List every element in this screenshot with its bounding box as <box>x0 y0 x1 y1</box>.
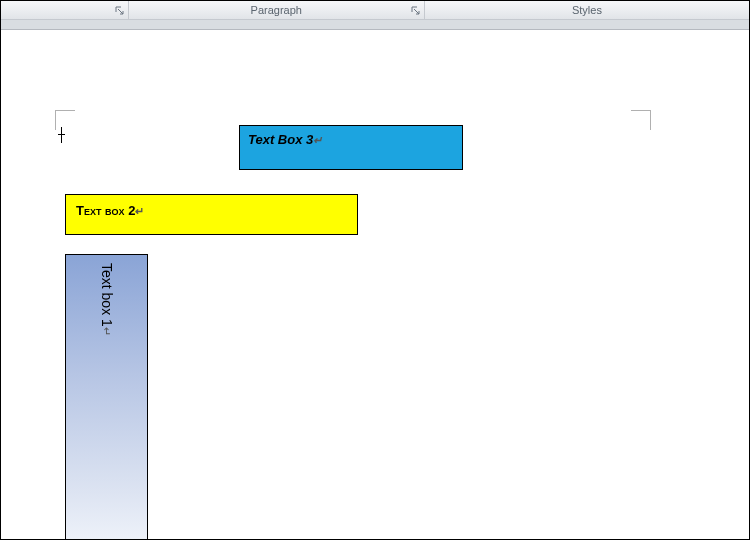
text-cursor <box>61 127 62 143</box>
text-box-3[interactable]: Text Box 3↵ <box>239 125 463 170</box>
text-box-2-content: Text box 2↵ <box>76 203 144 218</box>
margin-corner-top-right <box>631 110 651 130</box>
dialog-launcher-icon[interactable] <box>410 5 422 17</box>
text-box-1[interactable]: Text box 1↵ <box>65 254 148 540</box>
text-box-3-content: Text Box 3↵ <box>248 132 322 147</box>
ribbon-group-label: Paragraph <box>129 4 424 16</box>
ribbon-group-paragraph: Paragraph <box>129 1 425 19</box>
ruler-strip <box>1 20 749 30</box>
ribbon-group <box>1 1 129 19</box>
ribbon-group-labels: Paragraph Styles <box>1 1 749 20</box>
margin-corner-top-left <box>55 110 75 130</box>
dialog-launcher-icon[interactable] <box>114 5 126 17</box>
text-box-2[interactable]: Text box 2↵ <box>65 194 358 235</box>
text-cursor-tick <box>58 134 65 135</box>
text-box-1-content: Text box 1↵ <box>99 263 115 336</box>
document-page[interactable]: Text Box 3↵ Text box 2↵ Text box 1↵ <box>1 30 749 539</box>
ribbon-group-label: Styles <box>425 4 749 16</box>
ribbon-group-styles: Styles <box>425 1 749 19</box>
